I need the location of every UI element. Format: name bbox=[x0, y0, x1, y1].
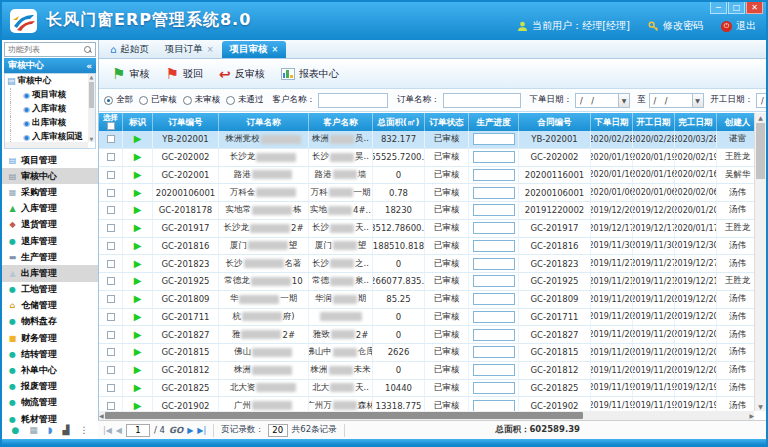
sidebar-menu-item[interactable]: ▦ 采购管理 bbox=[2, 184, 98, 200]
status-radio[interactable]: 全部 bbox=[104, 94, 139, 106]
col-order-date[interactable]: 下单日期 bbox=[591, 113, 633, 131]
last-page-button[interactable]: ▶| bbox=[197, 426, 206, 435]
col-order-name[interactable]: 订单名称 bbox=[219, 113, 309, 131]
first-page-button[interactable]: |◀ bbox=[103, 426, 112, 435]
col-order-no[interactable]: 订单编号 bbox=[153, 113, 219, 131]
row-checkbox[interactable] bbox=[107, 313, 115, 321]
prev-page-button[interactable]: ◀ bbox=[116, 426, 122, 435]
tree-vscrollbar[interactable]: ▲ ▼ bbox=[88, 74, 95, 142]
row-checkbox[interactable] bbox=[107, 348, 115, 356]
sidebar-menu-item[interactable]: ● 工地管理 bbox=[2, 282, 98, 298]
sidebar-shortcut-icon[interactable]: ▟ bbox=[63, 425, 70, 435]
report-center-button[interactable]: 报表中心 bbox=[274, 65, 346, 83]
status-radio[interactable]: 未通过 bbox=[226, 94, 270, 106]
sidebar-menu-item[interactable]: ▲ 出库管理 bbox=[2, 265, 98, 281]
table-row[interactable]: ▶ GC-202002 长沙龙 长沙 昊.. 65525.7200.. bbox=[99, 149, 754, 167]
order-date-to-picker[interactable]: / / ▼ bbox=[649, 93, 704, 108]
radio-icon[interactable] bbox=[104, 96, 113, 105]
radio-icon[interactable] bbox=[183, 96, 192, 105]
status-radio[interactable]: 未审核 bbox=[183, 94, 227, 106]
table-row[interactable]: ▶ GC-201825 北大资 北大 天.. 10440 bbox=[99, 380, 754, 398]
row-checkbox[interactable] bbox=[107, 153, 115, 161]
table-row[interactable]: ▶ GC-201815 佛山 佛山中 仓库 2626 bbox=[99, 344, 754, 362]
row-checkbox[interactable] bbox=[107, 189, 115, 197]
maximize-button[interactable]: □ bbox=[728, 2, 745, 14]
tree-item[interactable]: ◉ 入库审核 bbox=[10, 102, 95, 116]
sidebar-menu-item[interactable]: ▬ 生产管理 bbox=[2, 249, 98, 265]
status-radio[interactable]: 已审核 bbox=[139, 94, 183, 106]
col-creator[interactable]: 创建人 bbox=[717, 113, 754, 131]
table-row[interactable]: ▶ GC-202001 路港 路港 墙 0 已审核 bbox=[99, 167, 754, 185]
col-status[interactable]: 订单状态 bbox=[425, 113, 469, 131]
sidebar-menu-item[interactable]: ◆ 退货管理 bbox=[2, 217, 98, 233]
row-checkbox[interactable] bbox=[107, 206, 115, 214]
tree-item[interactable]: ◉ 出库审核 bbox=[10, 116, 95, 130]
table-row[interactable]: ▶ GC-201925 常德龙 10 常德 泉.. 266077.835.. bbox=[99, 273, 754, 291]
table-row[interactable]: ▶ GC-201711 杭 府) 0 已审核 bbox=[99, 309, 754, 327]
dropdown-icon[interactable]: ▼ bbox=[692, 94, 703, 107]
table-row[interactable]: ▶ GC-201823 长沙 名著 长沙 之.. 0 bbox=[99, 255, 754, 273]
sidebar-menu-item[interactable]: ■ 财务管理 bbox=[2, 330, 98, 346]
search-input[interactable] bbox=[5, 45, 83, 54]
row-checkbox[interactable] bbox=[107, 242, 115, 250]
next-page-button[interactable]: ▶ bbox=[187, 426, 193, 435]
row-checkbox[interactable] bbox=[107, 260, 115, 268]
page-number-input[interactable] bbox=[126, 424, 150, 437]
reject-button[interactable]: ⚑ 驳回 bbox=[158, 65, 209, 83]
table-row[interactable]: ▶ GC-201812 株洲 株洲 未来 0 已审 bbox=[99, 362, 754, 380]
select-all-checkbox[interactable] bbox=[107, 122, 115, 130]
sidebar-shortcut-icon[interactable]: ◗ bbox=[48, 425, 53, 435]
row-checkbox[interactable] bbox=[107, 171, 115, 179]
sidebar-menu-item[interactable]: ⌂ 仓储管理 bbox=[2, 298, 98, 314]
col-area[interactable]: 总面积(㎡) bbox=[373, 113, 425, 131]
customer-name-input[interactable] bbox=[318, 93, 388, 108]
col-contract[interactable]: 合同编号 bbox=[519, 113, 591, 131]
sidebar-shortcut-icon[interactable]: ▦ bbox=[29, 425, 38, 435]
col-start-date[interactable]: 开工日期 bbox=[633, 113, 675, 131]
collapse-icon[interactable]: « bbox=[86, 61, 92, 71]
row-checkbox[interactable] bbox=[107, 135, 115, 143]
order-date-from-picker[interactable]: / / ▼ bbox=[575, 93, 630, 108]
row-checkbox[interactable] bbox=[107, 366, 115, 374]
tab[interactable]: ⌂ 起始页 × bbox=[102, 41, 157, 58]
sidebar-menu-item[interactable]: ● 补单中心 bbox=[2, 362, 98, 378]
table-hscrollbar[interactable]: ◀ ▶ bbox=[99, 411, 754, 420]
table-row[interactable]: ▶ GC-201809 华 一期 华润 期 85.25 bbox=[99, 291, 754, 309]
close-tab-icon[interactable]: × bbox=[207, 45, 214, 54]
col-flag[interactable]: 标识 bbox=[123, 113, 153, 131]
approve-button[interactable]: ⚑ 审核 bbox=[105, 65, 156, 83]
table-row[interactable]: ▶ YB-202001 株洲党校 株洲 员.. 832.177 bbox=[99, 131, 754, 149]
row-checkbox[interactable] bbox=[107, 277, 115, 285]
tree-hscrollbar[interactable] bbox=[5, 142, 88, 148]
scroll-left-icon[interactable]: ◀ bbox=[99, 412, 104, 419]
unapprove-button[interactable]: ↩ 反审核 bbox=[212, 65, 272, 83]
radio-icon[interactable] bbox=[226, 96, 235, 105]
sidebar-menu-item[interactable]: ● 退库管理 bbox=[2, 233, 98, 249]
sidebar-menu-item[interactable]: ● 结转管理 bbox=[2, 346, 98, 362]
scroll-up-icon[interactable]: ▲ bbox=[88, 74, 95, 80]
scroll-down-icon[interactable]: ▼ bbox=[88, 136, 95, 142]
table-row[interactable]: ▶ GC-201902 广州 广州万 森林 13318.775 bbox=[99, 397, 754, 411]
row-checkbox[interactable] bbox=[107, 402, 115, 410]
row-checkbox[interactable] bbox=[107, 295, 115, 303]
dropdown-icon[interactable]: ▼ bbox=[618, 94, 629, 107]
tree-root[interactable]: ▤ 审核中心 bbox=[5, 74, 95, 88]
hscroll-thumb[interactable] bbox=[105, 412, 583, 419]
tab[interactable]: ⌂ 项目审核 × bbox=[222, 41, 287, 58]
tree-item[interactable]: ◉ 项目审核 bbox=[10, 88, 95, 102]
minimize-button[interactable]: ─ bbox=[710, 2, 727, 14]
sidebar-menu-item[interactable]: ● 物料盘存 bbox=[2, 314, 98, 330]
sidebar-menu-item[interactable]: ● 物流管理 bbox=[2, 395, 98, 411]
start-date-picker[interactable]: / / ▼ bbox=[756, 93, 766, 108]
table-vscrollbar[interactable]: ▲ ▼ bbox=[754, 113, 766, 411]
close-button[interactable]: ✕ bbox=[746, 2, 763, 14]
page-size-input[interactable] bbox=[268, 424, 288, 437]
scroll-up-icon[interactable]: ▲ bbox=[755, 114, 766, 121]
scroll-right-icon[interactable]: ▶ bbox=[749, 412, 754, 419]
col-select[interactable]: 选择 bbox=[99, 113, 123, 131]
search-icon[interactable] bbox=[83, 45, 93, 55]
sidebar-menu-item[interactable]: ● 报废管理 bbox=[2, 379, 98, 395]
logout-button[interactable]: ⏻ 退出 bbox=[721, 19, 756, 33]
tab[interactable]: ⌂ 项目订单 × bbox=[157, 41, 222, 58]
change-password-button[interactable]: 修改密码 bbox=[648, 19, 703, 33]
